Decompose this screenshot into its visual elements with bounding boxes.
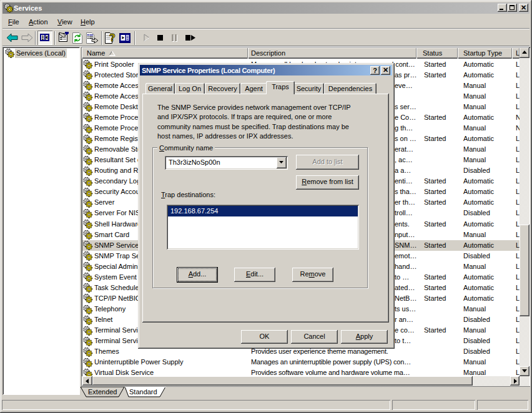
svg-text:?: ? [109, 32, 116, 43]
